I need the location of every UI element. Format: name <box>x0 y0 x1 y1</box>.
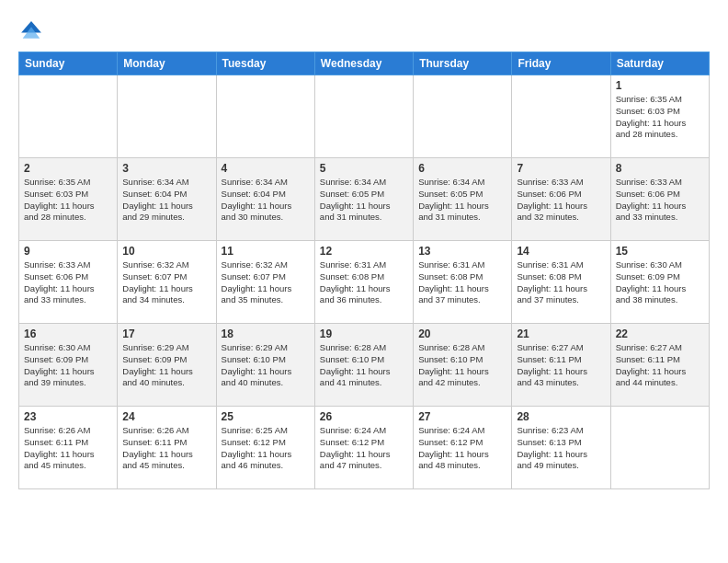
day-number: 1 <box>616 79 704 92</box>
calendar-cell: 11Sunrise: 6:32 AM Sunset: 6:07 PM Dayli… <box>216 241 314 324</box>
day-info: Sunrise: 6:31 AM Sunset: 6:08 PM Dayligh… <box>418 259 506 306</box>
day-number: 17 <box>122 327 210 340</box>
calendar-cell <box>216 75 314 158</box>
day-info: Sunrise: 6:31 AM Sunset: 6:08 PM Dayligh… <box>320 259 408 306</box>
calendar-table: SundayMondayTuesdayWednesdayThursdayFrid… <box>18 52 710 489</box>
day-number: 18 <box>222 327 310 340</box>
calendar-cell <box>314 75 413 158</box>
day-number: 10 <box>122 245 210 258</box>
day-info: Sunrise: 6:35 AM Sunset: 6:03 PM Dayligh… <box>24 177 112 224</box>
weekday-header-thursday: Thursday <box>414 52 512 75</box>
day-info: Sunrise: 6:32 AM Sunset: 6:07 PM Dayligh… <box>122 259 210 306</box>
day-number: 12 <box>320 245 408 258</box>
weekday-header-row: SundayMondayTuesdayWednesdayThursdayFrid… <box>19 52 710 75</box>
calendar-cell: 17Sunrise: 6:29 AM Sunset: 6:09 PM Dayli… <box>118 324 216 407</box>
calendar-cell <box>19 75 118 158</box>
calendar-cell: 1Sunrise: 6:35 AM Sunset: 6:03 PM Daylig… <box>610 75 709 158</box>
day-number: 25 <box>222 410 310 423</box>
day-number: 13 <box>418 245 506 258</box>
calendar-cell: 9Sunrise: 6:33 AM Sunset: 6:06 PM Daylig… <box>19 241 118 324</box>
day-info: Sunrise: 6:30 AM Sunset: 6:09 PM Dayligh… <box>616 259 704 306</box>
day-info: Sunrise: 6:34 AM Sunset: 6:05 PM Dayligh… <box>418 177 506 224</box>
calendar-cell: 20Sunrise: 6:28 AM Sunset: 6:10 PM Dayli… <box>414 324 512 407</box>
weekday-header-monday: Monday <box>118 52 216 75</box>
calendar-cell <box>512 75 610 158</box>
calendar-cell: 5Sunrise: 6:34 AM Sunset: 6:05 PM Daylig… <box>314 158 413 241</box>
day-number: 24 <box>122 410 210 423</box>
day-info: Sunrise: 6:29 AM Sunset: 6:10 PM Dayligh… <box>222 342 310 389</box>
day-number: 5 <box>320 162 408 175</box>
day-number: 6 <box>418 162 506 175</box>
day-info: Sunrise: 6:33 AM Sunset: 6:06 PM Dayligh… <box>616 177 704 224</box>
day-info: Sunrise: 6:27 AM Sunset: 6:11 PM Dayligh… <box>517 342 605 389</box>
calendar-cell <box>414 75 512 158</box>
day-info: Sunrise: 6:28 AM Sunset: 6:10 PM Dayligh… <box>418 342 506 389</box>
logo <box>18 18 48 44</box>
calendar-week-row: 9Sunrise: 6:33 AM Sunset: 6:06 PM Daylig… <box>19 241 710 324</box>
header <box>18 18 710 44</box>
calendar-cell: 19Sunrise: 6:28 AM Sunset: 6:10 PM Dayli… <box>314 324 413 407</box>
day-number: 20 <box>418 327 506 340</box>
day-number: 26 <box>320 410 408 423</box>
day-number: 2 <box>24 162 112 175</box>
day-info: Sunrise: 6:24 AM Sunset: 6:12 PM Dayligh… <box>320 425 408 472</box>
day-number: 15 <box>616 245 704 258</box>
weekday-header-friday: Friday <box>512 52 610 75</box>
day-info: Sunrise: 6:29 AM Sunset: 6:09 PM Dayligh… <box>122 342 210 389</box>
day-number: 14 <box>517 245 605 258</box>
calendar-cell: 7Sunrise: 6:33 AM Sunset: 6:06 PM Daylig… <box>512 158 610 241</box>
calendar-cell: 3Sunrise: 6:34 AM Sunset: 6:04 PM Daylig… <box>118 158 216 241</box>
calendar-cell: 8Sunrise: 6:33 AM Sunset: 6:06 PM Daylig… <box>610 158 709 241</box>
day-info: Sunrise: 6:30 AM Sunset: 6:09 PM Dayligh… <box>24 342 112 389</box>
calendar-week-row: 16Sunrise: 6:30 AM Sunset: 6:09 PM Dayli… <box>19 324 710 407</box>
calendar-cell: 2Sunrise: 6:35 AM Sunset: 6:03 PM Daylig… <box>19 158 118 241</box>
day-number: 4 <box>222 162 310 175</box>
weekday-header-sunday: Sunday <box>19 52 118 75</box>
day-info: Sunrise: 6:34 AM Sunset: 6:05 PM Dayligh… <box>320 177 408 224</box>
day-info: Sunrise: 6:25 AM Sunset: 6:12 PM Dayligh… <box>222 425 310 472</box>
day-info: Sunrise: 6:31 AM Sunset: 6:08 PM Dayligh… <box>517 259 605 306</box>
day-info: Sunrise: 6:32 AM Sunset: 6:07 PM Dayligh… <box>222 259 310 306</box>
day-number: 19 <box>320 327 408 340</box>
calendar-cell <box>118 75 216 158</box>
logo-icon <box>18 18 44 44</box>
day-info: Sunrise: 6:23 AM Sunset: 6:13 PM Dayligh… <box>517 425 605 472</box>
calendar-cell: 4Sunrise: 6:34 AM Sunset: 6:04 PM Daylig… <box>216 158 314 241</box>
day-info: Sunrise: 6:26 AM Sunset: 6:11 PM Dayligh… <box>122 425 210 472</box>
calendar-week-row: 1Sunrise: 6:35 AM Sunset: 6:03 PM Daylig… <box>19 75 710 158</box>
calendar-cell: 21Sunrise: 6:27 AM Sunset: 6:11 PM Dayli… <box>512 324 610 407</box>
day-number: 27 <box>418 410 506 423</box>
day-number: 22 <box>616 327 704 340</box>
weekday-header-saturday: Saturday <box>610 52 709 75</box>
day-info: Sunrise: 6:35 AM Sunset: 6:03 PM Dayligh… <box>616 94 704 141</box>
calendar-cell: 27Sunrise: 6:24 AM Sunset: 6:12 PM Dayli… <box>414 407 512 489</box>
day-info: Sunrise: 6:34 AM Sunset: 6:04 PM Dayligh… <box>122 177 210 224</box>
page: SundayMondayTuesdayWednesdayThursdayFrid… <box>0 0 728 499</box>
calendar-cell: 22Sunrise: 6:27 AM Sunset: 6:11 PM Dayli… <box>610 324 709 407</box>
calendar-cell: 23Sunrise: 6:26 AM Sunset: 6:11 PM Dayli… <box>19 407 118 489</box>
calendar-cell: 18Sunrise: 6:29 AM Sunset: 6:10 PM Dayli… <box>216 324 314 407</box>
weekday-header-wednesday: Wednesday <box>314 52 413 75</box>
calendar-cell: 26Sunrise: 6:24 AM Sunset: 6:12 PM Dayli… <box>314 407 413 489</box>
calendar-cell: 25Sunrise: 6:25 AM Sunset: 6:12 PM Dayli… <box>216 407 314 489</box>
calendar-cell: 10Sunrise: 6:32 AM Sunset: 6:07 PM Dayli… <box>118 241 216 324</box>
weekday-header-tuesday: Tuesday <box>216 52 314 75</box>
calendar-cell: 15Sunrise: 6:30 AM Sunset: 6:09 PM Dayli… <box>610 241 709 324</box>
day-number: 16 <box>24 327 112 340</box>
calendar-cell: 24Sunrise: 6:26 AM Sunset: 6:11 PM Dayli… <box>118 407 216 489</box>
day-number: 11 <box>222 245 310 258</box>
calendar-cell: 6Sunrise: 6:34 AM Sunset: 6:05 PM Daylig… <box>414 158 512 241</box>
calendar-week-row: 23Sunrise: 6:26 AM Sunset: 6:11 PM Dayli… <box>19 407 710 489</box>
day-number: 21 <box>517 327 605 340</box>
calendar-cell <box>610 407 709 489</box>
day-info: Sunrise: 6:27 AM Sunset: 6:11 PM Dayligh… <box>616 342 704 389</box>
calendar-cell: 16Sunrise: 6:30 AM Sunset: 6:09 PM Dayli… <box>19 324 118 407</box>
day-number: 7 <box>517 162 605 175</box>
calendar-week-row: 2Sunrise: 6:35 AM Sunset: 6:03 PM Daylig… <box>19 158 710 241</box>
calendar-cell: 13Sunrise: 6:31 AM Sunset: 6:08 PM Dayli… <box>414 241 512 324</box>
day-number: 28 <box>517 410 605 423</box>
day-number: 8 <box>616 162 704 175</box>
calendar-cell: 28Sunrise: 6:23 AM Sunset: 6:13 PM Dayli… <box>512 407 610 489</box>
day-number: 3 <box>122 162 210 175</box>
day-info: Sunrise: 6:24 AM Sunset: 6:12 PM Dayligh… <box>418 425 506 472</box>
